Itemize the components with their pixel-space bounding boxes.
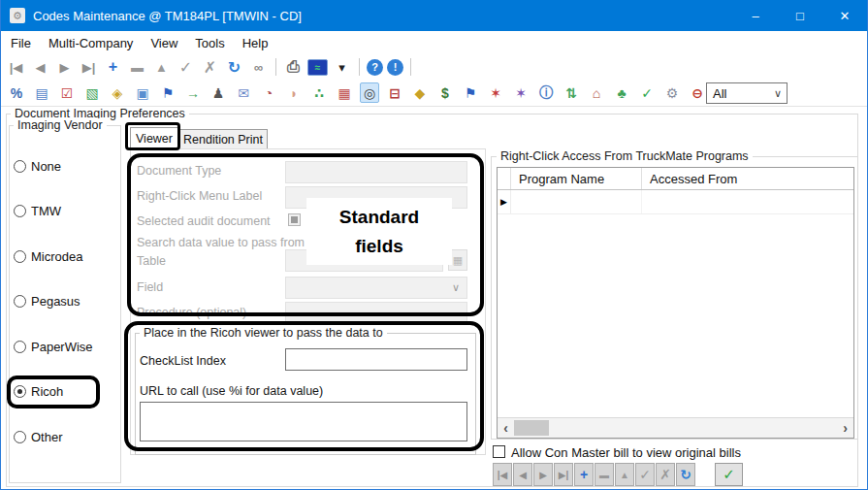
delete-record-button[interactable]: ▬ <box>127 56 147 78</box>
separator <box>359 58 360 76</box>
filter-select[interactable]: All ∨ <box>706 82 788 104</box>
help-button[interactable]: ? <box>367 59 383 76</box>
calendar-icon[interactable]: ▦ <box>335 82 354 103</box>
tree-icon[interactable]: ♣ <box>612 82 631 103</box>
network-icon[interactable]: ✶ <box>511 82 530 103</box>
cancel-record-button[interactable]: ✗ <box>200 56 220 78</box>
url-to-call-input[interactable] <box>140 402 467 441</box>
checklist-index-label: CheckList Index <box>140 354 226 368</box>
column-accessed-from[interactable]: Accessed From <box>642 168 853 189</box>
check-green-icon[interactable]: ✓ <box>637 82 657 103</box>
grid-delete-button[interactable]: ▬ <box>595 463 614 486</box>
radio-paperwise[interactable]: PaperWise <box>14 338 93 355</box>
close-button[interactable]: ✕ <box>822 0 867 31</box>
grid-refresh-button[interactable]: ↻ <box>676 463 695 486</box>
grid-nav-prior-button[interactable]: ◀ <box>513 463 532 486</box>
grid-header: Program Name Accessed From <box>498 168 853 190</box>
radio-tmw[interactable]: TMW <box>14 203 93 220</box>
about-button[interactable]: ! <box>387 59 403 76</box>
invoice-icon[interactable]: $ <box>435 82 455 103</box>
car-icon[interactable]: ⊖ <box>688 82 707 103</box>
find-binoculars-button[interactable]: ∞ <box>248 56 269 78</box>
percent-icon[interactable]: % <box>7 82 26 103</box>
ricoh-viewer-group-title: Place in the Ricoh viewer to pass the da… <box>140 326 387 340</box>
chevron-down-icon: ∨ <box>774 87 782 100</box>
copy-check-icon[interactable]: ▣ <box>133 82 152 103</box>
apply-button[interactable]: ✓ <box>715 463 743 486</box>
radio-icon <box>14 205 26 217</box>
grid-insert-button[interactable]: + <box>574 463 594 486</box>
radio-microdea[interactable]: Microdea <box>14 247 93 265</box>
gears-icon[interactable]: ⚙ <box>662 82 682 103</box>
radio-icon <box>14 385 26 398</box>
flag2-icon[interactable]: ⚑ <box>461 82 480 103</box>
package-icon[interactable]: ◆ <box>410 82 430 103</box>
tab-rendition-print[interactable]: Rendition Print <box>178 129 268 149</box>
checklist-index-input[interactable] <box>285 348 467 371</box>
radio-other[interactable]: Other <box>14 428 93 445</box>
grid-edit-button[interactable]: ▲ <box>615 463 634 486</box>
post-record-button[interactable]: ✓ <box>176 56 196 78</box>
inbound-arrow-icon[interactable]: → <box>183 82 203 103</box>
codes-toolbar-icons: %▤☑▧◈▣⚑→♟✉◔◗∴▦◎⊟◆$⚑✶✶ⓘ⇅⌂♣✓⚙⊖❋◉ <box>7 82 757 103</box>
field-dropdown-chevron-icon: ∨ <box>452 281 460 294</box>
radio-icon <box>14 431 26 443</box>
transfer-icon[interactable]: ⇅ <box>562 82 581 103</box>
menu-file[interactable]: File <box>2 36 40 50</box>
shield-icon[interactable]: ◈ <box>108 82 127 103</box>
field-label: Field <box>137 280 163 294</box>
window-title: Codes Maintenance @ TM184PL [TMWIN - CD] <box>33 9 302 23</box>
standard-fields-callout: Standard fields <box>306 198 452 265</box>
scroll-left-icon[interactable]: ‹ <box>498 418 514 438</box>
flag-icon[interactable]: ⚑ <box>158 82 177 103</box>
grid-gutter-header <box>498 168 511 189</box>
document-type-label: Document Type <box>137 164 221 178</box>
refresh-button[interactable]: ↻ <box>224 56 244 78</box>
horizontal-scrollbar[interactable]: ‹ › <box>498 417 853 438</box>
radio-none[interactable]: None <box>14 157 93 175</box>
grid-nav-first-button[interactable]: |◀ <box>493 463 512 486</box>
nav-next-button[interactable]: ▶ <box>54 56 75 78</box>
grid-nav-next-button[interactable]: ▶ <box>533 463 553 486</box>
menu-help[interactable]: Help <box>234 36 277 50</box>
allow-con-master-checkbox[interactable] <box>493 445 505 458</box>
monitor-button[interactable]: ≈ <box>307 59 328 76</box>
separator <box>410 58 411 76</box>
radio-pegasus[interactable]: Pegasus <box>14 293 93 310</box>
menu-tools[interactable]: Tools <box>186 36 233 50</box>
nav-last-button[interactable]: ▶| <box>79 56 99 78</box>
grid-row[interactable]: ▶ <box>498 190 853 214</box>
edit-record-button[interactable]: ▲ <box>151 56 172 78</box>
insert-record-button[interactable]: + <box>103 56 123 78</box>
network-x-icon[interactable]: ✶ <box>486 82 505 103</box>
camera-icon[interactable]: ◎ <box>360 82 379 103</box>
grid-cancel-button[interactable]: ✗ <box>656 463 675 486</box>
driver-icon[interactable]: ♟ <box>209 82 228 103</box>
ham-icon[interactable]: ◗ <box>284 82 304 103</box>
gauge-icon[interactable]: ◔ <box>259 82 278 103</box>
menu-multi-company[interactable]: Multi-Company <box>40 36 142 50</box>
mail-check-icon[interactable]: ✉ <box>234 82 253 103</box>
grid-nav-last-button[interactable]: ▶| <box>554 463 573 486</box>
truck-icon[interactable]: ⊟ <box>385 82 404 103</box>
procedure-field <box>285 302 467 324</box>
radio-ricoh[interactable]: Ricoh <box>14 383 93 401</box>
scroll-right-icon[interactable]: › <box>837 418 853 438</box>
chart-icon[interactable]: ▧ <box>82 82 102 103</box>
minimize-button[interactable]: – <box>733 0 778 31</box>
scrollbar-thumb[interactable] <box>514 420 549 436</box>
checklist-icon[interactable]: ☑ <box>57 82 77 103</box>
maximize-button[interactable]: □ <box>778 0 822 31</box>
tab-viewer[interactable]: Viewer <box>130 127 178 149</box>
org-chart-icon[interactable]: ∴ <box>309 82 329 103</box>
home-icon[interactable]: ⌂ <box>587 82 606 103</box>
nav-prior-button[interactable]: ◀ <box>30 56 50 78</box>
doc-info-icon[interactable]: ⓘ <box>536 82 556 103</box>
report-icon[interactable]: ▤ <box>32 82 51 103</box>
print-button[interactable]: ⎙ <box>283 56 304 78</box>
column-program-name[interactable]: Program Name <box>511 168 642 189</box>
nav-first-button[interactable]: |◀ <box>6 56 26 78</box>
grid-post-button[interactable]: ✓ <box>635 463 655 486</box>
menu-view[interactable]: View <box>142 36 186 50</box>
monitor-dropdown-arrow[interactable]: ▾ <box>332 56 352 78</box>
